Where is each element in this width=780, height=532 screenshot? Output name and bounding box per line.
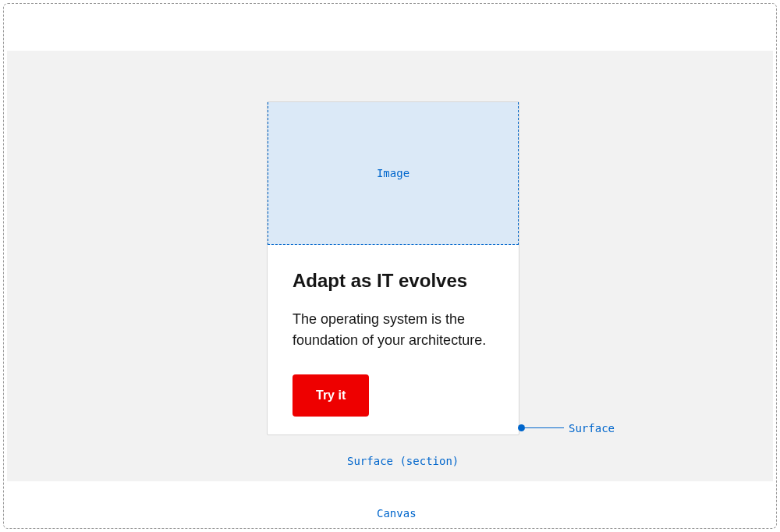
annotation-leader-line (525, 427, 564, 428)
annotation-canvas: Canvas (377, 507, 417, 520)
card-title: Adapt as IT evolves (292, 270, 494, 292)
annotation-dot (518, 424, 525, 431)
card-body: Adapt as IT evolves The operating system… (268, 245, 519, 434)
canvas-outline: Image Adapt as IT evolves The operating … (3, 3, 777, 529)
card-description: The operating system is the foundation o… (292, 309, 494, 351)
annotation-section: Surface (section) (347, 455, 459, 467)
image-placeholder-label: Image (377, 167, 410, 179)
surface-card: Image Adapt as IT evolves The operating … (267, 101, 519, 435)
image-placeholder: Image (268, 102, 519, 245)
try-it-button[interactable]: Try it (292, 374, 369, 417)
annotation-surface: Surface (569, 422, 615, 434)
